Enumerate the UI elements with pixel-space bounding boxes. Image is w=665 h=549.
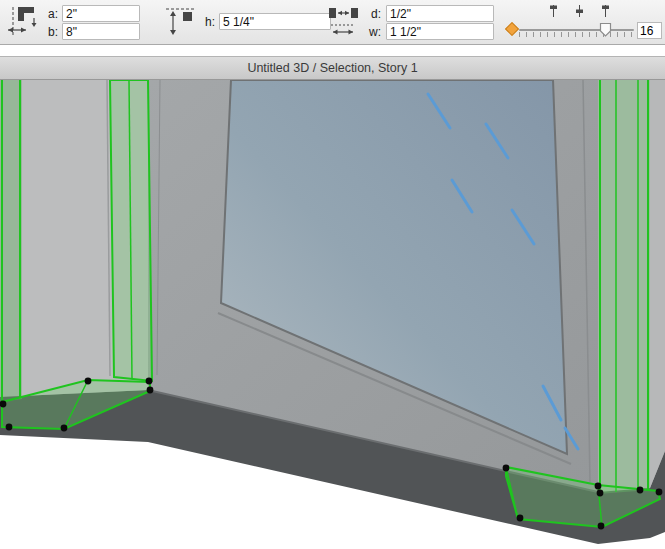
viewport-titlebar: Untitled 3D / Selection, Story 1 [0,56,665,80]
field-d-input[interactable] [386,5,494,22]
marker-diamond-icon[interactable] [505,22,519,36]
3d-door-selection-scene[interactable] [0,80,665,549]
mini-slider-icon-2[interactable] [574,3,585,23]
mini-slider-icon-3[interactable] [600,3,611,23]
selection-left-jamb[interactable] [110,80,152,381]
slider-thumb[interactable] [599,22,612,37]
field-w-label: w: [369,25,381,39]
slider-ticks [519,32,634,37]
detail-slider[interactable] [519,29,634,37]
field-w-input[interactable] [386,23,494,40]
3d-viewport[interactable] [0,80,665,549]
mini-slider-icon-1[interactable] [548,3,559,23]
door-reveal-dimensions-icon[interactable] [5,4,45,44]
field-h-label: h: [205,15,215,29]
field-b-input[interactable] [62,23,140,40]
selection-left-strip[interactable] [0,80,22,402]
field-a-input[interactable] [62,5,140,22]
slider-value-input[interactable] [637,22,662,39]
info-box-toolbar: a: b: h: d: w: [0,0,665,45]
field-a-label: a: [48,7,58,21]
door-header-height-icon[interactable] [163,4,197,44]
field-h-input[interactable] [219,13,331,30]
viewport-title: Untitled 3D / Selection, Story 1 [247,61,417,75]
door-jamb-thickness-icon[interactable] [325,4,367,44]
slider-track[interactable] [519,29,634,31]
field-d-label: d: [371,7,381,21]
right-wall[interactable] [650,80,665,488]
field-b-label: b: [48,25,58,39]
selection-right-jamb[interactable] [598,80,650,494]
